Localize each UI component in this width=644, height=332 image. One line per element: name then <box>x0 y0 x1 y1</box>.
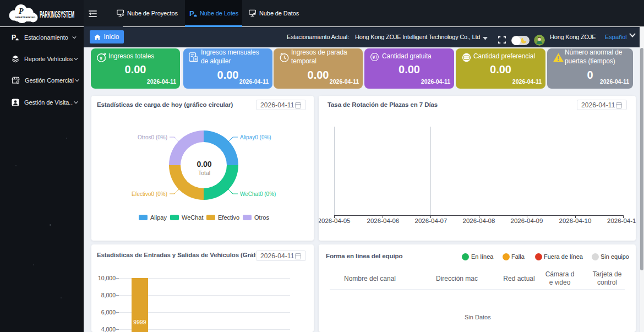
svg-text:Alipay0 (0%): Alipay0 (0%) <box>240 134 271 140</box>
svg-text:2026-04-11: 2026-04-11 <box>607 217 636 224</box>
svg-text:2026-04-07: 2026-04-07 <box>415 217 447 224</box>
svg-text:2026-04-05: 2026-04-05 <box>319 217 350 224</box>
svg-text:2026-04-10: 2026-04-10 <box>559 217 592 224</box>
svg-text:Total: Total <box>198 170 210 176</box>
svg-text:4,000: 4,000 <box>101 326 116 332</box>
svg-text:10,000: 10,000 <box>98 275 116 281</box>
svg-text:WeChat: WeChat <box>182 214 204 221</box>
svg-text:WeChat0 (0%): WeChat0 (0%) <box>240 191 276 197</box>
svg-text:¥: ¥ <box>372 55 375 60</box>
svg-text:9999: 9999 <box>133 319 146 325</box>
svg-text:P: P <box>189 9 194 18</box>
svg-text:¥: ¥ <box>100 56 102 61</box>
svg-text:2026-04-09: 2026-04-09 <box>511 217 543 224</box>
svg-text:SMARTPARKING: SMARTPARKING <box>15 16 36 19</box>
svg-text:Alipay: Alipay <box>150 214 167 221</box>
svg-text:6,000: 6,000 <box>101 309 116 315</box>
svg-text:2026-04-08: 2026-04-08 <box>463 217 495 224</box>
svg-text:Otros0 (0%): Otros0 (0%) <box>138 134 167 140</box>
svg-text:Efectivo0 (0%): Efectivo0 (0%) <box>132 191 167 197</box>
svg-text:Efectivo: Efectivo <box>218 214 239 221</box>
svg-text:P: P <box>19 7 24 15</box>
svg-text:P: P <box>12 34 16 41</box>
svg-text:0.00: 0.00 <box>197 160 211 168</box>
svg-text:Otros: Otros <box>254 214 269 221</box>
svg-text:8,000: 8,000 <box>101 292 116 298</box>
svg-text:PARKINGSYSTEM: PARKINGSYSTEM <box>40 9 74 20</box>
svg-text:2026-04-06: 2026-04-06 <box>367 217 400 224</box>
